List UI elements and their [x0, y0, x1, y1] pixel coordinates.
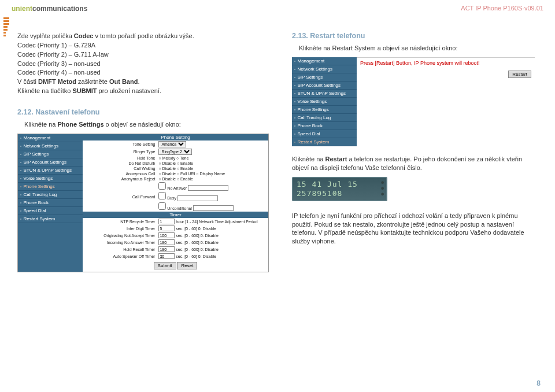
timer-label: Originating Not Accept Timer [83, 232, 157, 239]
setting-label: Anonymous Call [83, 171, 157, 176]
display-line-2: 257895108 [297, 189, 383, 198]
sidebar-item[interactable]: ◦Restart System [292, 138, 357, 146]
setting-value[interactable]: No Answer [157, 182, 268, 192]
timer-input[interactable] [158, 246, 175, 252]
after-restart-text: Klikněte na Restart a telefon se restart… [292, 155, 535, 172]
timer-label: NTP Recycle Timer [83, 218, 157, 225]
sidebar-item[interactable]: ◦Network Settings [292, 65, 357, 73]
sidebar-item[interactable]: ◦Speed Dial [18, 207, 83, 215]
doc-id: ACT IP Phone P160S-v09.01 [461, 5, 543, 12]
sidebar-item[interactable]: ◦Voice Settings [18, 175, 83, 183]
setting-label: Ringer Type [83, 148, 157, 156]
setting-value[interactable]: ○ Disable ○ Full URI ○ Display Name [157, 171, 268, 176]
setting-value[interactable]: America [157, 140, 268, 148]
setting-value[interactable]: ○ Disable ○ Enable [157, 161, 268, 166]
reset-button[interactable]: Reset [177, 262, 197, 269]
section-2-12-title: 2.12. Nastavení telefonu [17, 108, 269, 116]
setting-value[interactable]: Unconditional [157, 202, 268, 212]
select-input[interactable]: RingType 2 [158, 149, 192, 155]
select-input[interactable]: America [158, 141, 186, 147]
radio-option[interactable]: ○ Disable [158, 177, 176, 181]
timer-label: Hold Recall Timer [83, 246, 157, 253]
timer-suffix: sec. [0 - 600] 0: Disable [176, 247, 219, 252]
timer-input[interactable] [158, 239, 175, 245]
checkbox[interactable] [158, 192, 166, 199]
radio-option[interactable]: ○ Enable [177, 177, 193, 181]
setting-value[interactable]: Busy [157, 191, 268, 202]
phone-lcd-display: ●●● 15 41 Jul 15 257895108 [292, 177, 387, 201]
setting-value[interactable]: ○ Melody ○ Tone [157, 156, 268, 161]
checkbox[interactable] [158, 202, 166, 210]
timer-input[interactable] [158, 225, 175, 231]
section-2-13-body: Klikněte na Restart System a objeví se n… [299, 45, 535, 51]
sidebar-item[interactable]: ◦SIP Account Settings [292, 82, 357, 90]
radio-option[interactable]: ○ Enable [177, 161, 193, 165]
sidebar-item[interactable]: ◦SIP Account Settings [18, 158, 83, 167]
timer-suffix: sec. [0 - 600] 0: Disable [176, 234, 219, 238]
text-input[interactable] [193, 205, 234, 211]
sidebar-item[interactable]: ◦Network Settings [18, 142, 83, 150]
sidebar-item[interactable]: ◦STUN & UPnP Settings [18, 167, 83, 175]
sidebar-item[interactable]: ◦Speed Dial [292, 130, 357, 138]
submit-button[interactable]: Submit [154, 262, 176, 269]
phone-setting-header: Phone Setting [83, 134, 268, 140]
sidebar-item[interactable]: ◦SIP Settings [18, 150, 83, 158]
setting-label: Do Not Disturb [83, 161, 157, 166]
setting-label: Tone Setting [83, 140, 157, 148]
text-input[interactable] [188, 185, 228, 191]
decorative-bars [3, 17, 10, 38]
setting-label: Anonymous Reject [83, 176, 157, 182]
timer-input[interactable] [158, 232, 175, 238]
intro-block: Zde vyplňte políčka Codec v tomto pořadí… [17, 32, 269, 95]
restart-screenshot: ◦Management◦Network Settings◦SIP Setting… [292, 57, 535, 146]
timer-input[interactable] [158, 253, 175, 259]
intro-line: Klikněte na tlačítko SUBMIT pro uložení … [17, 87, 269, 95]
checkbox[interactable] [158, 182, 166, 190]
sidebar-item[interactable]: ◦STUN & UPnP Settings [292, 90, 357, 98]
intro-line: V části DMFT Metod zaškrtněte Out Band. [17, 77, 269, 86]
phone-setting-table: Tone SettingAmericaRinger TypeRingType 2… [83, 140, 268, 212]
setting-value[interactable]: ○ Disable ○ Enable [157, 176, 268, 182]
radio-option[interactable]: ○ Display Name [196, 172, 225, 176]
section-2-13-title: 2.13. Restart telefonu [292, 32, 535, 40]
setting-value[interactable]: ○ Disable ○ Enable [157, 166, 268, 171]
radio-option[interactable]: ○ Disable [158, 161, 176, 165]
sidebar-item[interactable]: ◦SIP Settings [292, 73, 357, 82]
sidebar-item[interactable]: ◦Call Tracing Log [18, 191, 83, 199]
radio-option[interactable]: ○ Disable [158, 167, 176, 171]
page-number: 8 [536, 379, 541, 387]
intro-line: Codec (Priority 2) – G.711 A-law [17, 50, 269, 59]
sidebar-item[interactable]: ◦Management [18, 134, 83, 142]
timer-suffix: sec. [0 - 60] 0: Disable [176, 254, 216, 258]
intro-line: Codec (Priority 1) – G.729A [17, 41, 269, 50]
timer-label: Inter Digit Timer [83, 225, 157, 232]
intro-line: Codec (Priority 3) – non-used [17, 60, 269, 68]
intro-line: Codec (Priority 4) – non-used [17, 68, 269, 77]
radio-option[interactable]: ○ Full URI [177, 172, 195, 176]
sidebar-item[interactable]: ◦Phone Settings [18, 183, 83, 191]
setting-label: Call Forward [83, 191, 157, 202]
restart-button[interactable]: Restart [508, 71, 531, 78]
sidebar-item[interactable]: ◦Phone Book [292, 122, 357, 130]
sidebar-item[interactable]: ◦Voice Settings [292, 98, 357, 106]
text-input[interactable] [177, 195, 218, 201]
section-2-12-body: Klikněte na Phone Settings o objeví se n… [24, 121, 269, 128]
setting-label: Call Waiting [83, 166, 157, 171]
timer-table: NTP Recycle Timer hour [1 - 24] Network … [83, 218, 268, 260]
restart-message: Press [Restart] Button, IP Phone system … [357, 58, 535, 68]
sidebar-item[interactable]: ◦Phone Book [18, 199, 83, 207]
timer-input[interactable] [158, 219, 175, 224]
radio-option[interactable]: ○ Tone [176, 156, 188, 160]
sidebar-item[interactable]: ◦Phone Settings [292, 106, 357, 114]
logo: unientcommunications [12, 5, 87, 13]
phone-settings-screenshot: ◦Management◦Network Settings◦SIP Setting… [17, 134, 269, 273]
radio-option[interactable]: ○ Disable [158, 172, 176, 176]
logo-text-2: communications [32, 5, 87, 13]
display-line-1: 15 41 Jul 15 [297, 180, 383, 189]
sidebar-item[interactable]: ◦Call Tracing Log [292, 114, 357, 122]
sidebar-item[interactable]: ◦Restart System [18, 215, 83, 223]
setting-value[interactable]: RingType 2 [157, 148, 268, 156]
sidebar-item[interactable]: ◦Management [292, 57, 357, 65]
radio-option[interactable]: ○ Enable [177, 167, 193, 171]
radio-option[interactable]: ○ Melody [158, 156, 175, 160]
